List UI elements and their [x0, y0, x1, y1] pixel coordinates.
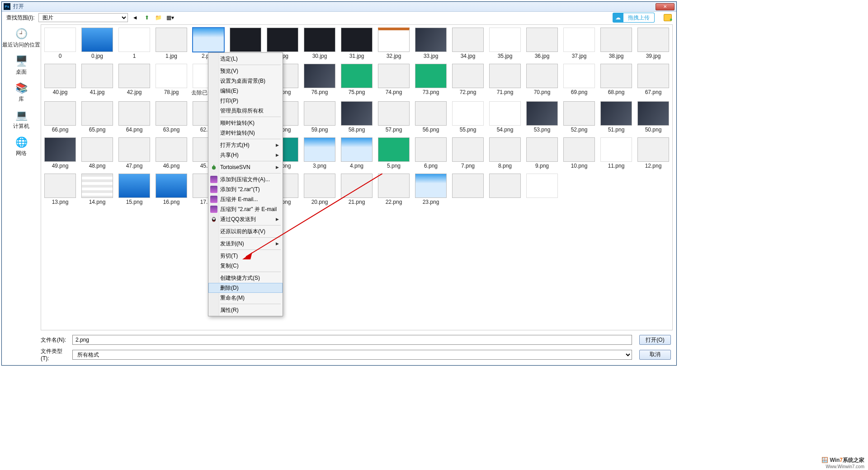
menu-item[interactable]: 选定(L) [208, 54, 283, 64]
file-item[interactable]: 8.png [487, 137, 523, 169]
filetype-dropdown[interactable]: 所有格式 [72, 350, 632, 360]
file-item[interactable]: 11.png [598, 137, 634, 169]
file-item[interactable]: 3.png [302, 137, 338, 169]
menu-item[interactable]: 共享(H)▶ [208, 150, 283, 160]
file-item[interactable]: 75.png [339, 64, 375, 97]
file-item[interactable]: 47.png [116, 137, 152, 169]
file-item[interactable]: 12.png [635, 137, 671, 169]
menu-item[interactable]: 重命名(M) [208, 293, 283, 303]
new-folder-badge-icon[interactable] [664, 14, 672, 21]
menu-item[interactable]: 压缩并 E-mail... [208, 194, 283, 204]
up-icon[interactable]: ⬆ [142, 13, 151, 22]
file-item[interactable]: 35.jpg [487, 28, 523, 59]
file-item[interactable]: 46.png [153, 137, 189, 169]
file-item[interactable]: 33.jpg [413, 28, 449, 59]
file-item[interactable]: 58.png [339, 101, 375, 133]
context-menu[interactable]: 选定(L)预览(V)设置为桌面背景(B)编辑(E)打印(P)管理员取得所有权顺时… [208, 52, 283, 316]
file-item[interactable]: 72.png [450, 64, 486, 97]
menu-item[interactable]: 还原以前的版本(V) [208, 226, 283, 236]
file-item[interactable]: 59.png [302, 101, 338, 133]
file-item[interactable]: 78.jpg [153, 64, 189, 97]
place-0[interactable]: 🕘最近访问的位置 [2, 26, 41, 50]
menu-item[interactable]: 创建快捷方式(S) [208, 273, 283, 283]
file-item[interactable]: 36.jpg [524, 28, 560, 59]
place-3[interactable]: 💻计算机 [2, 108, 41, 131]
back-icon[interactable]: ◄ [131, 13, 140, 22]
file-item[interactable]: 54.png [487, 101, 523, 133]
cancel-button[interactable]: 取消 [639, 350, 671, 360]
file-item[interactable]: 65.png [79, 101, 115, 133]
file-item[interactable]: 57.png [376, 101, 412, 133]
menu-item[interactable]: 打开方式(H)▶ [208, 140, 283, 150]
menu-item[interactable]: 压缩到 "2.rar" 并 E-mail [208, 204, 283, 214]
menu-item[interactable]: 复制(C) [208, 261, 283, 271]
open-button[interactable]: 打开(O) [639, 335, 671, 345]
file-item[interactable] [524, 174, 560, 205]
file-item[interactable]: 30.jpg [302, 28, 338, 59]
close-button[interactable]: ✕ [656, 3, 675, 10]
file-item[interactable]: 9.png [524, 137, 560, 169]
filename-input[interactable]: 2.png [72, 335, 632, 345]
menu-item[interactable]: 删除(D) [208, 283, 283, 293]
file-item[interactable]: 5.png [376, 137, 412, 169]
menu-item[interactable]: 通过QQ发送到▶ [208, 214, 283, 224]
file-item[interactable]: 1 [116, 28, 152, 59]
place-4[interactable]: 🌐网络 [2, 135, 41, 158]
file-item[interactable]: 50.png [635, 101, 671, 133]
file-item[interactable]: 71.png [487, 64, 523, 97]
file-grid[interactable]: 00.jpg11.jpg2.png4.jpg3.jpg30.jpg31.jpg3… [41, 25, 672, 330]
view-menu-icon[interactable]: ▦▾ [166, 13, 175, 22]
menu-item[interactable]: 发送到(N)▶ [208, 239, 283, 249]
file-item[interactable] [487, 174, 523, 205]
lookin-dropdown[interactable]: 图片 [38, 13, 128, 22]
menu-item[interactable]: 添加到压缩文件(A)... [208, 174, 283, 184]
file-item[interactable]: 32.jpg [376, 28, 412, 59]
file-item[interactable]: 39.jpg [635, 28, 671, 59]
file-item[interactable]: 7.png [450, 137, 486, 169]
file-item[interactable]: 68.png [598, 64, 634, 97]
menu-item[interactable]: 逆时针旋转(N) [208, 128, 283, 138]
file-item[interactable]: 21.png [339, 174, 375, 205]
file-item[interactable]: 13.png [42, 174, 78, 205]
file-item[interactable]: 42.jpg [116, 64, 152, 97]
file-item[interactable]: 38.jpg [598, 28, 634, 59]
cloud-upload[interactable]: ☁ 拖拽上传 [613, 13, 655, 23]
file-item[interactable]: 4.png [339, 137, 375, 169]
file-item[interactable]: 51.png [598, 101, 634, 133]
file-item[interactable]: 66.png [42, 101, 78, 133]
file-item[interactable]: 73.png [413, 64, 449, 97]
file-item[interactable]: 37.jpg [561, 28, 597, 59]
file-item[interactable] [450, 174, 486, 205]
menu-item[interactable]: 添加到 "2.rar"(T) [208, 184, 283, 194]
file-item[interactable]: 76.png [302, 64, 338, 97]
file-item[interactable]: 41.jpg [79, 64, 115, 97]
file-item[interactable]: 49.png [42, 137, 78, 169]
menu-item[interactable]: 剪切(T) [208, 251, 283, 261]
file-item[interactable]: 63.png [153, 101, 189, 133]
file-item[interactable]: 53.png [524, 101, 560, 133]
place-2[interactable]: 📚库 [2, 80, 41, 104]
file-item[interactable]: 1.jpg [153, 28, 189, 59]
menu-item[interactable]: 编辑(E) [208, 86, 283, 96]
file-item[interactable]: 55.png [450, 101, 486, 133]
file-item[interactable]: 34.jpg [450, 28, 486, 59]
file-item[interactable]: 48.png [79, 137, 115, 169]
file-item[interactable]: 64.png [116, 101, 152, 133]
file-item[interactable]: 67.png [635, 64, 671, 97]
place-1[interactable]: 🖥️桌面 [2, 53, 41, 77]
file-item[interactable]: 15.png [116, 174, 152, 205]
file-item[interactable]: 70.png [524, 64, 560, 97]
file-item[interactable]: 16.png [153, 174, 189, 205]
file-item[interactable]: 23.png [413, 174, 449, 205]
new-folder-icon[interactable]: 📁 [154, 13, 163, 22]
menu-item[interactable]: 打印(P) [208, 96, 283, 106]
menu-item[interactable]: TortoiseSVN▶ [208, 162, 283, 172]
file-item[interactable]: 69.png [561, 64, 597, 97]
file-item[interactable]: 31.jpg [339, 28, 375, 59]
file-item[interactable]: 0.jpg [79, 28, 115, 59]
file-item[interactable]: 74.png [376, 64, 412, 97]
file-item[interactable]: 20.png [302, 174, 338, 205]
menu-item[interactable]: 顺时针旋转(K) [208, 118, 283, 128]
menu-item[interactable]: 预览(V) [208, 66, 283, 76]
file-item[interactable]: 40.jpg [42, 64, 78, 97]
